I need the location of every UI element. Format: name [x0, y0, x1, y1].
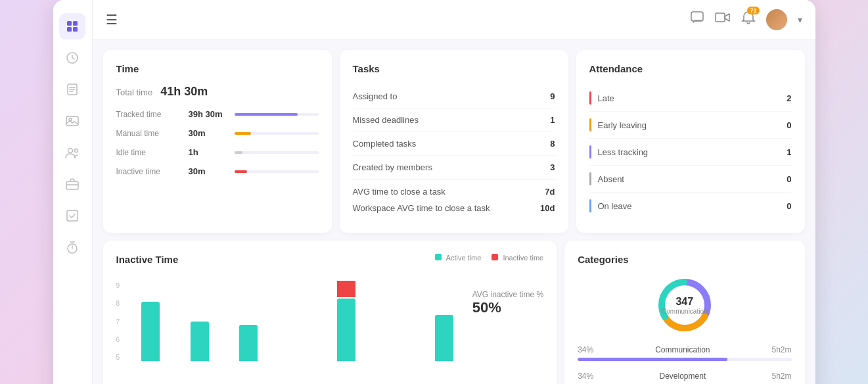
sidebar-item-timer[interactable] [59, 234, 85, 260]
absent-row: Absent 0 [589, 166, 792, 193]
absent-label: Absent [598, 174, 624, 184]
communication-bar-wrap [578, 358, 791, 361]
late-row: Late 2 [589, 85, 792, 112]
absent-value: 0 [787, 174, 791, 184]
inactive-time-card-title: Inactive Time [116, 254, 179, 265]
tracked-time-label: Tracked time [116, 110, 189, 119]
avatar-image [766, 9, 787, 30]
development-time: 5h2m [771, 372, 791, 381]
idle-time-row: Idle time 1h [116, 147, 319, 157]
inactive-time-label: Inactive time [116, 167, 189, 176]
total-time-label: Total time [116, 87, 153, 97]
notification-bell[interactable]: 71 [741, 11, 756, 28]
bar-7-green [435, 315, 453, 361]
topbar: ☰ [93, 0, 815, 39]
topbar-right: 71 ▾ [690, 9, 802, 30]
sidebar-item-clock[interactable] [59, 45, 85, 71]
chart-y-axis: 9 8 7 6 5 [116, 282, 120, 361]
less-tracking-indicator [589, 145, 591, 158]
missed-deadlines-label: Missed deadlines [353, 115, 419, 125]
chart-inner: 9 8 7 6 5 [116, 282, 465, 361]
y-5: 5 [116, 354, 120, 361]
development-header: 34% Development 5h2m [578, 372, 791, 381]
tasks-card-title: Tasks [353, 63, 555, 74]
svg-rect-3 [73, 27, 78, 32]
manual-time-label: Manual time [116, 129, 189, 138]
avatar[interactable] [766, 9, 787, 30]
communication-pct: 34% [578, 345, 593, 354]
less-tracking-value: 1 [787, 147, 791, 157]
tracked-time-bar [235, 113, 298, 116]
development-category: 34% Development 5h2m [578, 372, 791, 384]
avg-inactive-label: AVG inactive time % [472, 290, 543, 299]
sidebar-item-check[interactable] [59, 203, 85, 229]
communication-header: 34% Communication 5h2m [578, 345, 791, 354]
chevron-down-icon[interactable]: ▾ [798, 14, 802, 25]
time-total-row: Total time 41h 30m [116, 85, 319, 99]
manual-time-bar [235, 132, 252, 135]
y-9: 9 [116, 282, 120, 289]
top-cards-row: Time Total time 41h 30m Tracked time 39h… [103, 50, 805, 233]
avg-inactive-value: 50% [472, 299, 543, 316]
chat-icon[interactable] [690, 11, 704, 28]
workspace-avg-row: Workspace AVG time to close a task 10d [353, 203, 555, 220]
on-leave-row: On leave 0 [589, 193, 792, 219]
bar-2 [179, 322, 219, 361]
created-by-members-row: Created by members 3 [353, 156, 555, 180]
svg-point-8 [68, 149, 73, 153]
manual-time-bar-wrap [235, 132, 319, 135]
absent-left: Absent [589, 172, 624, 185]
sidebar-item-briefcase[interactable] [59, 171, 85, 197]
sidebar-item-image[interactable] [59, 108, 85, 134]
y-6: 6 [116, 336, 120, 343]
svg-rect-14 [691, 12, 703, 21]
sidebar-item-grid[interactable] [59, 13, 85, 39]
less-tracking-left: Less tracking [589, 145, 649, 158]
y-7: 7 [116, 318, 120, 325]
inactive-time-value: 30m [189, 166, 235, 176]
avg-close-value: 7d [545, 187, 555, 197]
idle-time-bar [235, 151, 243, 154]
donut-subtitle: Communication [662, 308, 707, 315]
assigned-to-label: Assigned to [353, 91, 398, 101]
on-leave-value: 0 [787, 201, 791, 211]
sidebar-item-people[interactable] [59, 139, 85, 166]
completed-tasks-value: 8 [550, 139, 555, 149]
video-icon[interactable] [715, 11, 731, 28]
tracked-time-row: Tracked time 39h 30m [116, 109, 319, 119]
chart-header: Inactive Time Active time Inactive time [116, 254, 544, 276]
bottom-cards-row: Inactive Time Active time Inactive time [103, 241, 805, 384]
inactive-time-legend-label: Inactive time [503, 254, 543, 262]
tasks-card: Tasks Assigned to 9 Missed deadlines 1 C… [340, 50, 568, 233]
missed-deadlines-row: Missed deadlines 1 [353, 108, 555, 132]
created-by-members-value: 3 [550, 162, 555, 172]
time-card: Time Total time 41h 30m Tracked time 39h… [103, 50, 332, 233]
absent-indicator [589, 172, 591, 185]
app-window: ☰ [53, 0, 815, 384]
on-leave-left: On leave [589, 199, 632, 212]
idle-time-value: 1h [189, 147, 235, 157]
communication-time: 5h2m [771, 345, 791, 354]
tracked-time-value: 39h 30m [189, 109, 235, 119]
chart-bars [130, 282, 465, 361]
assigned-to-row: Assigned to 9 [353, 85, 555, 108]
y-8: 8 [116, 300, 120, 307]
sidebar-item-doc[interactable] [59, 76, 85, 103]
active-time-legend-label: Active time [446, 254, 482, 262]
manual-time-row: Manual time 30m [116, 128, 319, 138]
workspace-avg-value: 10d [540, 203, 555, 213]
development-pct: 34% [578, 372, 593, 381]
manual-time-value: 30m [189, 128, 235, 138]
created-by-members-label: Created by members [353, 162, 432, 172]
topbar-left: ☰ [106, 12, 118, 28]
bar-5-green [337, 299, 355, 361]
early-leaving-value: 0 [787, 120, 791, 130]
bar-2-green [191, 322, 209, 361]
less-tracking-row: Less tracking 1 [589, 139, 792, 166]
inactive-time-bar-wrap [235, 170, 319, 173]
svg-rect-10 [66, 181, 78, 189]
bar-1 [130, 302, 171, 361]
active-time-legend: Active time [435, 254, 481, 262]
hamburger-menu[interactable]: ☰ [106, 12, 118, 28]
communication-category: 34% Communication 5h2m [578, 345, 791, 361]
